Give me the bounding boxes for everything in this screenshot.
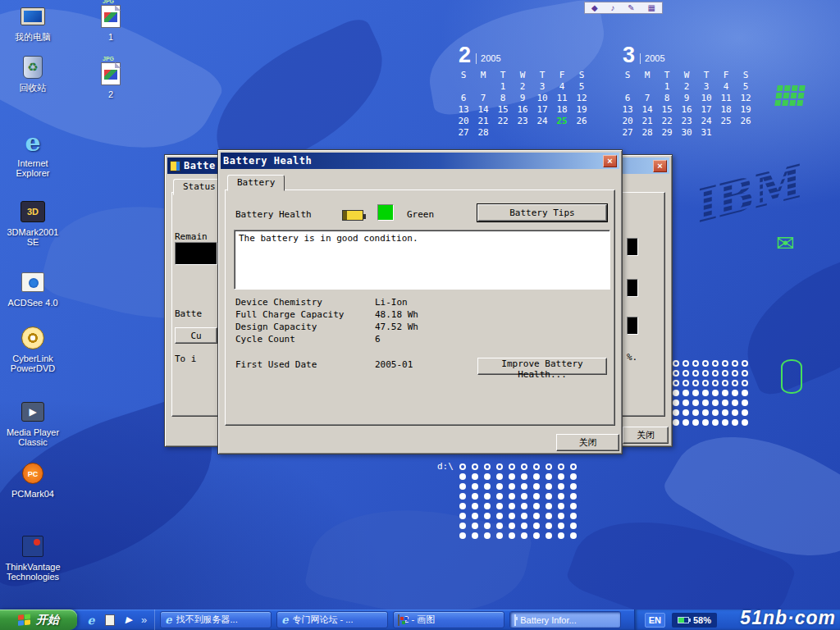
bg-window-close-icon[interactable]: × <box>653 160 667 172</box>
taskbar-task-4[interactable]: Battery Infor... <box>509 611 621 628</box>
media-player-quicklaunch-icon[interactable]: ▶ <box>122 614 135 627</box>
dot <box>732 360 738 367</box>
dot <box>570 473 577 480</box>
page-fold <box>115 5 121 11</box>
calendar-day: 2 <box>677 81 696 92</box>
battery-health-dialog[interactable]: Battery Health × Battery Battery Health … <box>217 149 623 454</box>
calendar-day: 19 <box>572 104 591 115</box>
jpg-file-icon: JPG <box>97 3 125 30</box>
dot <box>558 523 564 529</box>
calendar-day <box>637 81 657 92</box>
internet-explorer-quicklaunch-icon[interactable]: e <box>84 614 98 627</box>
file-label: 2 <box>80 89 142 99</box>
desktop-icon-mpc[interactable]: ▶Media Player Classic <box>2 399 64 447</box>
improve-battery-health-button[interactable]: Improve Battery Health... <box>477 358 607 375</box>
document-quicklaunch-icon[interactable] <box>103 614 116 627</box>
grid-cell <box>789 100 796 106</box>
desktop-icon-label: PCMark04 <box>2 489 64 499</box>
calendar-march: 32005SMTWTFS1234567891011121314151617181… <box>618 45 762 138</box>
calendar-day: 26 <box>736 116 756 126</box>
dot <box>570 532 577 539</box>
file-page-icon: JPG <box>101 62 121 85</box>
desktop-icon-3dmark2001[interactable]: 3D3DMark2001 SE <box>2 199 64 247</box>
dialog-close-icon[interactable]: × <box>603 155 617 167</box>
grid-icon[interactable]: ▦ <box>648 4 655 12</box>
desktop-icon-my-computer[interactable]: 我的电脑 <box>2 3 64 42</box>
dot <box>722 409 728 416</box>
dot <box>496 523 503 529</box>
calendar-day: 31 <box>696 127 716 138</box>
windows-flag-icon <box>18 614 32 627</box>
grid-cell <box>797 100 803 106</box>
diamond-icon[interactable]: ◆ <box>591 4 598 12</box>
dot <box>692 370 699 377</box>
gauge-fragment <box>627 238 638 256</box>
taskbar-task-2[interactable]: e专门网论坛 - ... <box>276 611 388 628</box>
language-indicator[interactable]: EN <box>645 613 665 628</box>
dot <box>509 513 515 519</box>
ibm-logo: IBM <box>685 147 820 240</box>
battery-tips-button[interactable]: Battery Tips <box>477 204 607 221</box>
field-row: Device ChemistryLi-Ion <box>235 297 498 309</box>
dot <box>496 532 503 539</box>
dialog-close-button[interactable]: 关闭 <box>556 434 619 451</box>
taskbar-task-1[interactable]: e找不到服务器... <box>160 611 272 628</box>
desktop-file-2[interactable]: JPG2 <box>80 61 142 99</box>
desktop-icon-thinkvantage[interactable]: ThinkVantage Technologies <box>2 533 64 582</box>
desktop-icon-internet-explorer[interactable]: eInternet Explorer <box>2 130 64 178</box>
dot <box>546 503 552 509</box>
calendar-day: 12 <box>736 93 756 103</box>
calendar-day: 14 <box>637 104 657 115</box>
desktop-icon-acdsee[interactable]: ACDSee 4.0 <box>2 269 64 308</box>
calendar-day: 3 <box>532 81 552 92</box>
calendar-day: 28 <box>637 127 657 138</box>
dot <box>570 463 577 470</box>
desktop-file-1[interactable]: JPG1 <box>80 3 142 42</box>
tab-battery[interactable]: Battery <box>227 175 285 191</box>
dot <box>682 370 689 377</box>
calendar-day: 28 <box>473 127 493 138</box>
volume-icon[interactable]: ♪ <box>610 4 614 12</box>
calendar-day: 4 <box>716 81 736 92</box>
calendar-day: 6 <box>618 93 637 103</box>
dot <box>496 483 503 490</box>
dot <box>472 473 478 480</box>
dialog-titlebar[interactable]: Battery Health × <box>221 153 619 169</box>
calendar-day: 25 <box>552 116 572 126</box>
dot <box>702 370 709 377</box>
condition-textbox[interactable]: The battery is in good condition. <box>234 230 610 290</box>
bg-window-close-button[interactable]: 关闭 <box>623 427 669 444</box>
calendar-day: 9 <box>677 93 696 103</box>
status-text: Green <box>407 209 434 220</box>
calendar-day: 26 <box>572 116 591 126</box>
desktop-icon-powerdvd[interactable]: CyberLink PowerDVD <box>2 325 64 373</box>
grid-cell <box>784 85 791 91</box>
task-label: 找不到服务器... <box>176 614 238 626</box>
start-button[interactable]: 开始 <box>0 609 77 630</box>
calendar-day: 7 <box>637 93 657 103</box>
volume-toolbar[interactable]: ◆♪✎▦ <box>584 2 663 14</box>
calendar-day: 1 <box>657 81 677 92</box>
quick-launch: e▶» <box>77 609 155 630</box>
dot <box>546 493 552 500</box>
3dmark2001-icon: 3D <box>19 199 47 225</box>
dot <box>496 473 503 480</box>
dot <box>712 419 719 426</box>
grid-cell <box>799 85 806 91</box>
dot <box>722 370 728 377</box>
taskbar-task-3[interactable]: 2 - 画图 <box>393 611 504 628</box>
tray-battery-indicator[interactable]: 58% <box>672 613 717 628</box>
internet-explorer-icon: e <box>19 130 47 156</box>
start-label: 开始 <box>36 613 59 628</box>
cu-button-fragment[interactable]: Cu <box>175 327 217 344</box>
dot <box>712 360 719 367</box>
pen-icon[interactable]: ✎ <box>628 4 634 12</box>
calendar-day: 21 <box>637 116 657 126</box>
desktop-icon-recycle-bin[interactable]: ♻回收站 <box>2 54 64 93</box>
desktop-icon-pcmark04[interactable]: PCPCMark04 <box>2 460 64 499</box>
dot <box>712 399 719 406</box>
task-buttons: e找不到服务器...e专门网论坛 - ...2 - 画图Battery Info… <box>155 609 623 630</box>
dot <box>682 419 689 426</box>
quick-launch-overflow-chevron[interactable]: » <box>141 614 147 626</box>
dot <box>484 463 491 470</box>
